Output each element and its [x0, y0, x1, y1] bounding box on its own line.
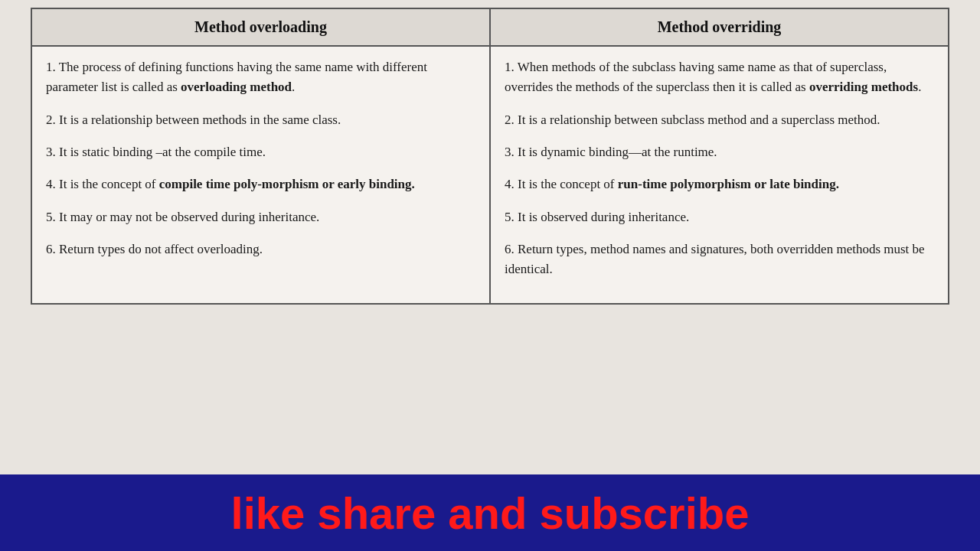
item-number: 2. [46, 112, 59, 127]
item-number: 6. [505, 242, 518, 256]
col2-header: Method overriding [491, 9, 948, 45]
comparison-table: Method overloading Method overriding 1. … [31, 8, 949, 305]
cta-text: like share and subscribe [231, 487, 750, 539]
col1-content: 1. The process of defining functions hav… [32, 47, 491, 303]
table-header: Method overloading Method overriding [32, 9, 948, 47]
item-number: 5. [505, 210, 518, 224]
list-item: 3. It is static binding –at the compile … [46, 142, 475, 162]
item-number: 1. [505, 60, 518, 74]
item-number: 1. [46, 60, 59, 74]
list-item: 1. When methods of the subclass having s… [505, 57, 934, 98]
list-item: 3. It is dynamic binding—at the runtime. [505, 142, 934, 162]
list-item: 6. Return types do not affect overloadin… [46, 240, 475, 259]
list-item: 4. It is the concept of compile time pol… [46, 174, 475, 194]
item-number: 2. [505, 112, 518, 127]
item-number: 6. [46, 242, 59, 256]
item-number: 4. [505, 177, 518, 191]
list-item: 1. The process of defining functions hav… [46, 57, 475, 98]
col1-header: Method overloading [32, 9, 491, 45]
item-number: 5. [46, 210, 59, 224]
list-item: 5. It is observed during inheritance. [505, 207, 934, 227]
col2-content: 1. When methods of the subclass having s… [491, 47, 948, 303]
item-number: 3. [505, 145, 518, 159]
item-number: 3. [46, 145, 59, 159]
list-item: 2. It is a relationship between subclass… [505, 110, 934, 130]
table-body: 1. The process of defining functions hav… [32, 47, 948, 303]
list-item: 4. It is the concept of run-time polymor… [505, 174, 934, 194]
list-item: 2. It is a relationship between methods … [46, 110, 475, 130]
list-item: 5. It may or may not be observed during … [46, 207, 475, 227]
bottom-bar: like share and subscribe [0, 474, 980, 551]
list-item: 6. Return types, method names and signat… [505, 240, 934, 280]
main-content: Method overloading Method overriding 1. … [0, 0, 980, 474]
item-number: 4. [46, 177, 59, 191]
